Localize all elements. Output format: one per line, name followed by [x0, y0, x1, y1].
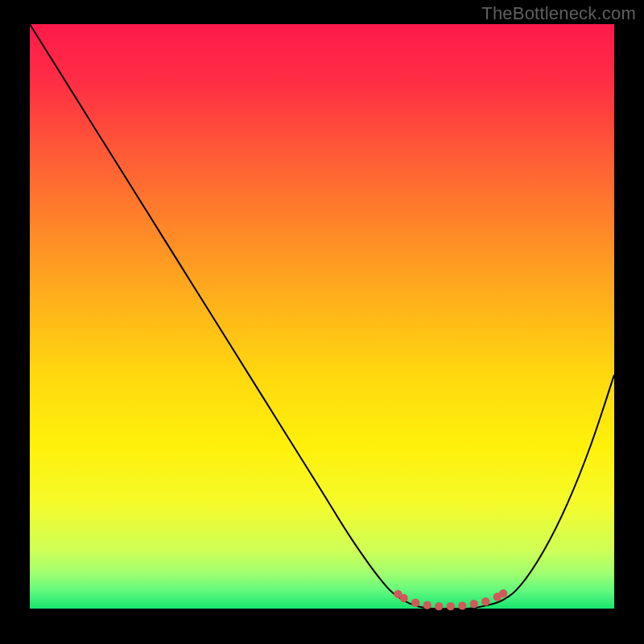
optimal-marker	[447, 602, 455, 610]
optimal-marker	[481, 597, 489, 605]
optimal-marker	[470, 600, 478, 608]
chart-frame: { "watermark": "TheBottleneck.com", "col…	[0, 0, 644, 644]
optimal-marker	[435, 602, 443, 610]
optimal-marker	[411, 599, 419, 607]
optimal-marker	[423, 601, 431, 609]
optimal-marker	[399, 594, 407, 602]
plot-gradient-area	[30, 24, 614, 609]
bottleneck-chart	[0, 0, 644, 644]
optimal-marker	[499, 589, 507, 597]
optimal-marker	[458, 601, 466, 609]
